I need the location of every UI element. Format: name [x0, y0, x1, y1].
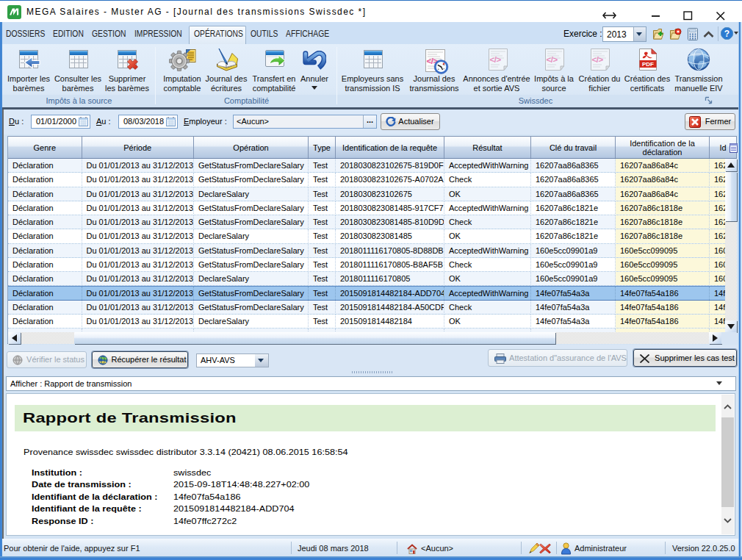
svg-text:</>: </> [490, 55, 502, 64]
svg-text:</>: </> [547, 55, 558, 64]
svg-text:?: ? [724, 29, 730, 39]
svg-text:PDF: PDF [642, 61, 654, 68]
svg-text:</>: </> [592, 55, 604, 64]
